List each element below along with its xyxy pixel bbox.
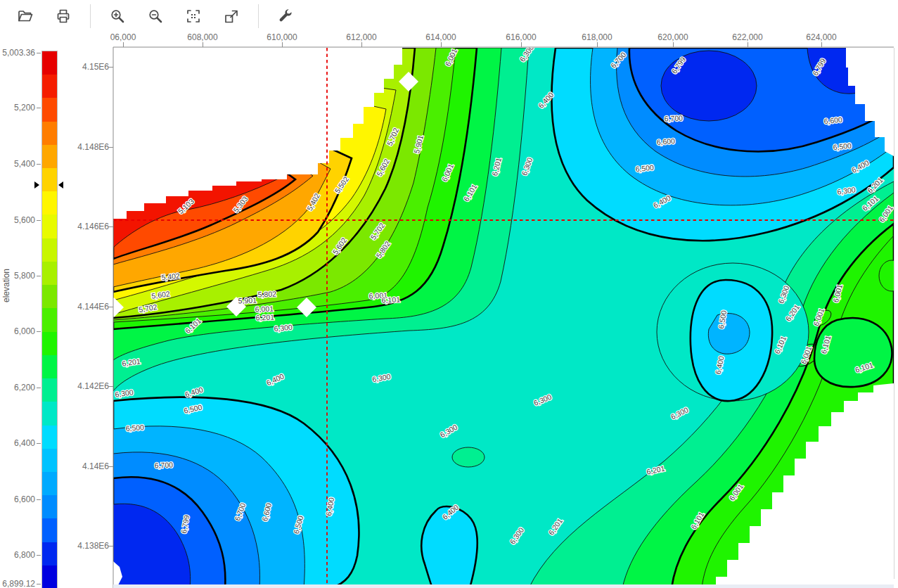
panel-right-border (894, 48, 894, 579)
contour-label: 6,700 (155, 461, 174, 470)
contour-label: 6,500 (125, 423, 144, 433)
contour-label: 6,700 (665, 114, 684, 123)
contour-map-app: elevation 5,003.365,2005,4005,6005,8006,… (0, 0, 898, 588)
contour-label: 6,600 (656, 136, 675, 146)
contour-label: 5,901 (238, 296, 257, 305)
contour-label: 6,001 (255, 305, 274, 314)
cb-arrow-left-indicator[interactable] (34, 181, 39, 188)
contour-regions: 5,1035,3035,4025,4025,5025,6025,6025,602… (104, 43, 898, 588)
contour-map-canvas[interactable]: 5,1035,3035,4025,4025,5025,6025,6025,602… (0, 0, 898, 588)
contour-label: 5,802 (258, 290, 277, 299)
contour-label: 6,101 (382, 295, 401, 305)
panel-bottom-strip (113, 584, 894, 588)
contour-label: 6,201 (256, 313, 275, 322)
cb-arrow-right-indicator[interactable] (58, 181, 63, 188)
